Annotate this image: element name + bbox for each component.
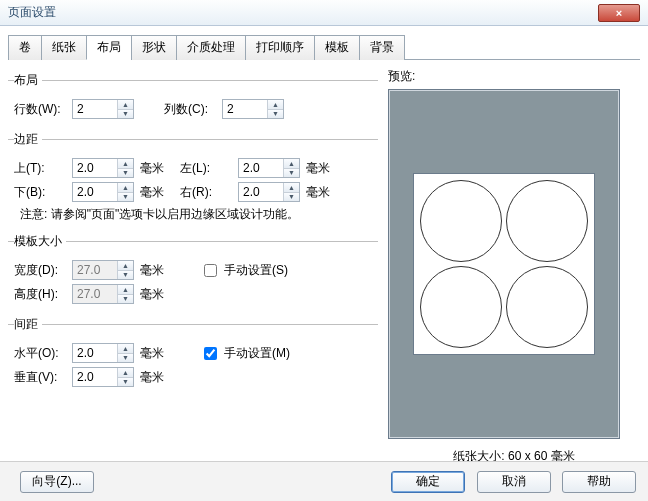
template-width-label: 宽度(D):	[14, 262, 72, 279]
footer: 向导(Z)... 确定 取消 帮助	[0, 461, 648, 501]
cols-input-field[interactable]	[223, 100, 267, 118]
group-spacing-legend: 间距	[14, 316, 42, 333]
margin-bottom-input[interactable]: ▲▼	[72, 182, 134, 202]
margin-right-field[interactable]	[239, 183, 283, 201]
spacing-vert-spinner[interactable]: ▲▼	[117, 368, 133, 386]
group-layout: 布局 行数(W): ▲▼ 列数(C): ▲▼	[8, 72, 378, 125]
group-margin: 边距 上(T): ▲▼ 毫米 左(L): ▲▼ 毫米 下(	[8, 131, 378, 227]
help-button[interactable]: 帮助	[562, 471, 636, 493]
margin-right-input[interactable]: ▲▼	[238, 182, 300, 202]
spacing-horiz-field[interactable]	[73, 344, 117, 362]
spin-down-icon[interactable]: ▼	[268, 110, 283, 119]
unit-label: 毫米	[140, 160, 164, 177]
rows-label: 行数(W):	[14, 101, 72, 118]
spacing-vert-input[interactable]: ▲▼	[72, 367, 134, 387]
unit-label: 毫米	[140, 262, 164, 279]
spacing-horiz-spinner[interactable]: ▲▼	[117, 344, 133, 362]
preview-circle-icon	[420, 180, 502, 262]
template-manual-check[interactable]	[204, 264, 217, 277]
window-title: 页面设置	[8, 4, 56, 21]
template-height-input: ▲▼	[72, 284, 134, 304]
preview-label: 预览:	[388, 68, 640, 85]
unit-label: 毫米	[140, 345, 164, 362]
preview-box	[388, 89, 620, 439]
unit-label: 毫米	[140, 184, 164, 201]
margin-top-label: 上(T):	[14, 160, 72, 177]
group-layout-legend: 布局	[14, 72, 42, 89]
tab-strip: 卷 纸张 布局 形状 介质处理 打印顺序 模板 背景	[8, 34, 640, 60]
spacing-manual-label: 手动设置(M)	[224, 345, 290, 362]
margin-top-spinner[interactable]: ▲▼	[117, 159, 133, 177]
spacing-vert-label: 垂直(V):	[14, 369, 72, 386]
cols-spinner[interactable]: ▲▼	[267, 100, 283, 118]
margin-top-field[interactable]	[73, 159, 117, 177]
tab-layout[interactable]: 布局	[86, 35, 131, 60]
template-manual-checkbox[interactable]: 手动设置(S)	[200, 261, 288, 280]
margin-left-label: 左(L):	[180, 160, 238, 177]
preview-circle-icon	[420, 266, 502, 348]
ok-button[interactable]: 确定	[391, 471, 465, 493]
preview-page	[413, 173, 595, 355]
tab-print-order[interactable]: 打印顺序	[245, 35, 314, 60]
margin-left-input[interactable]: ▲▼	[238, 158, 300, 178]
template-height-field	[73, 285, 117, 303]
preview-circle-icon	[506, 266, 588, 348]
tab-paper[interactable]: 纸张	[41, 35, 86, 60]
cols-input[interactable]: ▲▼	[222, 99, 284, 119]
titlebar: 页面设置 ×	[0, 0, 648, 26]
template-width-input: ▲▼	[72, 260, 134, 280]
cols-label: 列数(C):	[164, 101, 222, 118]
close-button[interactable]: ×	[598, 4, 640, 22]
unit-label: 毫米	[140, 369, 164, 386]
tab-shape[interactable]: 形状	[131, 35, 176, 60]
group-spacing: 间距 水平(O): ▲▼ 毫米 手动设置(M) 垂直(V):	[8, 316, 378, 393]
unit-label: 毫米	[140, 286, 164, 303]
wizard-button[interactable]: 向导(Z)...	[20, 471, 94, 493]
preview-circle-icon	[506, 180, 588, 262]
rows-spinner[interactable]: ▲▼	[117, 100, 133, 118]
client-area: 卷 纸张 布局 形状 介质处理 打印顺序 模板 背景 布局 行数(W): ▲▼ …	[0, 26, 648, 491]
margin-left-spinner[interactable]: ▲▼	[283, 159, 299, 177]
margin-bottom-label: 下(B):	[14, 184, 72, 201]
rows-input[interactable]: ▲▼	[72, 99, 134, 119]
spacing-vert-field[interactable]	[73, 368, 117, 386]
cancel-button[interactable]: 取消	[477, 471, 551, 493]
spacing-manual-checkbox[interactable]: 手动设置(M)	[200, 344, 290, 363]
tab-media[interactable]: 介质处理	[176, 35, 245, 60]
template-height-label: 高度(H):	[14, 286, 72, 303]
margin-left-field[interactable]	[239, 159, 283, 177]
rows-input-field[interactable]	[73, 100, 117, 118]
tab-roll[interactable]: 卷	[8, 35, 41, 60]
group-template-size: 模板大小 宽度(D): ▲▼ 毫米 手动设置(S) 高度(H):	[8, 233, 378, 310]
spacing-horiz-input[interactable]: ▲▼	[72, 343, 134, 363]
tab-template[interactable]: 模板	[314, 35, 359, 60]
spacing-manual-check[interactable]	[204, 347, 217, 360]
spin-up-icon[interactable]: ▲	[118, 100, 133, 110]
group-template-legend: 模板大小	[14, 233, 66, 250]
group-margin-legend: 边距	[14, 131, 42, 148]
template-width-field	[73, 261, 117, 279]
unit-label: 毫米	[306, 184, 330, 201]
template-width-spinner: ▲▼	[117, 261, 133, 279]
tab-background[interactable]: 背景	[359, 35, 405, 60]
margin-right-spinner[interactable]: ▲▼	[283, 183, 299, 201]
margin-note: 注意: 请参阅"页面"选项卡以启用边缘区域设计功能。	[20, 206, 378, 223]
spin-down-icon[interactable]: ▼	[118, 110, 133, 119]
margin-bottom-spinner[interactable]: ▲▼	[117, 183, 133, 201]
margin-top-input[interactable]: ▲▼	[72, 158, 134, 178]
template-height-spinner: ▲▼	[117, 285, 133, 303]
margin-right-label: 右(R):	[180, 184, 238, 201]
template-manual-label: 手动设置(S)	[224, 262, 288, 279]
spacing-horiz-label: 水平(O):	[14, 345, 72, 362]
margin-bottom-field[interactable]	[73, 183, 117, 201]
spin-up-icon[interactable]: ▲	[268, 100, 283, 110]
unit-label: 毫米	[306, 160, 330, 177]
